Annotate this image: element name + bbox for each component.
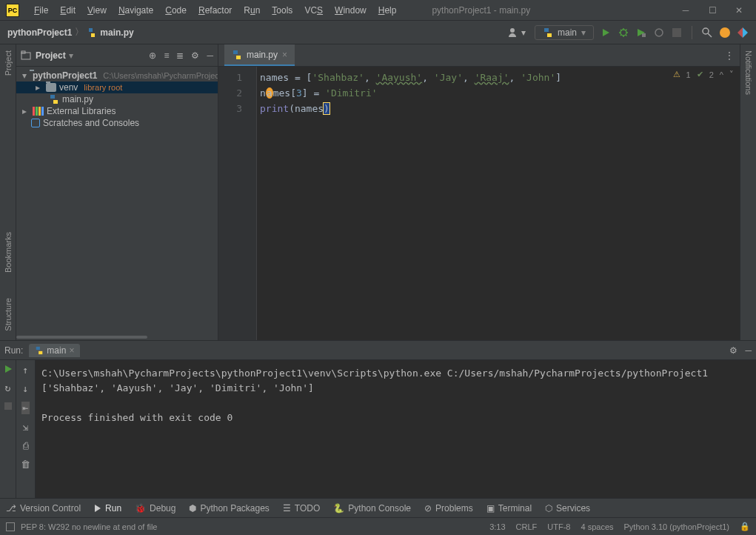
- services-icon: ⬡: [545, 503, 552, 514]
- menu-vcs[interactable]: VCS: [298, 4, 329, 17]
- python-file-icon: [49, 94, 59, 104]
- down-stack-icon[interactable]: ↓: [23, 383, 29, 394]
- tree-external-libs[interactable]: ▸ External Libraries: [16, 105, 218, 117]
- settings-icon[interactable]: ⚙: [191, 50, 199, 61]
- python-packages-button[interactable]: ⬢Python Packages: [189, 503, 269, 514]
- terminal-tool-button[interactable]: ▣Terminal: [486, 503, 532, 514]
- menu-navigate[interactable]: Navigate: [113, 4, 159, 17]
- app-icon: PC: [6, 4, 19, 17]
- up-stack-icon[interactable]: ↑: [23, 365, 29, 376]
- tree-scratches-label: Scratches and Consoles: [43, 118, 139, 128]
- caret-position[interactable]: 3:13: [489, 522, 505, 531]
- menu-file[interactable]: File: [28, 4, 54, 17]
- prev-highlight-icon[interactable]: ^: [720, 70, 723, 79]
- menu-code[interactable]: Code: [159, 4, 193, 17]
- editor-tab-main[interactable]: main.py ×: [224, 44, 295, 66]
- todo-tool-button[interactable]: ☰TODO: [283, 503, 320, 514]
- breadcrumb[interactable]: pythonProject1 〉 main.py: [7, 26, 134, 39]
- project-tree[interactable]: ▾ pythonProject1 C:\Users\mshah\PycharmP…: [16, 67, 218, 334]
- select-opened-file-icon[interactable]: ⊕: [149, 50, 156, 61]
- breadcrumb-sep: 〉: [75, 26, 84, 39]
- menu-view[interactable]: View: [81, 4, 113, 17]
- tree-root[interactable]: ▾ pythonProject1 C:\Users\mshah\PycharmP…: [16, 70, 218, 82]
- run-console-output[interactable]: C:\Users\mshah\PycharmProjects\pythonPro…: [36, 360, 756, 498]
- line-separator[interactable]: CRLF: [516, 522, 538, 531]
- project-tool-title: Project: [36, 50, 66, 61]
- tree-scrollbar[interactable]: [16, 334, 218, 340]
- profile-button[interactable]: [653, 27, 665, 39]
- breadcrumb-file[interactable]: main.py: [100, 27, 133, 38]
- hide-icon[interactable]: ─: [207, 50, 213, 61]
- scroll-end-icon[interactable]: ⇲: [23, 422, 29, 433]
- editor-gutter[interactable]: 1 2 3: [218, 67, 248, 340]
- code-content[interactable]: names = ['Shahbaz', 'Aayush', 'Jay', 'Ra…: [257, 67, 740, 340]
- print-icon[interactable]: ⎙: [23, 440, 29, 451]
- tree-main-file[interactable]: main.py: [16, 93, 218, 105]
- run-tool-button[interactable]: Run: [94, 503, 121, 514]
- close-run-tab-icon[interactable]: ×: [69, 345, 74, 356]
- tool-windows-toggle-icon[interactable]: [6, 522, 15, 531]
- status-message: PEP 8: W292 no newline at end of file: [21, 522, 157, 531]
- breadcrumb-project[interactable]: pythonProject1: [7, 27, 72, 38]
- typo-icon: ✔: [697, 70, 703, 79]
- hide-run-icon[interactable]: ─: [745, 345, 752, 356]
- structure-tool-button[interactable]: Structure: [4, 295, 13, 334]
- editor-more-icon[interactable]: ⋮: [719, 44, 740, 66]
- status-bar: PEP 8: W292 no newline at end of file 3:…: [0, 517, 756, 535]
- menu-edit[interactable]: Edit: [54, 4, 81, 17]
- external-libraries-icon: [33, 107, 44, 116]
- version-control-button[interactable]: ⎇Version Control: [6, 503, 81, 514]
- run-tab-main[interactable]: main ×: [29, 344, 80, 357]
- services-tool-button[interactable]: ⬡Services: [545, 503, 590, 514]
- notifications-tool-button[interactable]: Notifications: [744, 47, 753, 98]
- tree-root-label: pythonProject1: [33, 70, 97, 81]
- svg-rect-9: [4, 402, 12, 410]
- maximize-button[interactable]: ☐: [707, 5, 717, 16]
- svg-point-5: [703, 28, 709, 34]
- debug-button[interactable]: [618, 27, 629, 39]
- soft-wrap-icon[interactable]: ⇤: [21, 402, 30, 414]
- problems-tool-button[interactable]: ⊘Problems: [424, 503, 473, 514]
- debug-tool-button[interactable]: 🐞Debug: [135, 503, 175, 514]
- menu-tools[interactable]: Tools: [266, 4, 298, 17]
- tree-venv[interactable]: ▸ venv library root: [16, 82, 218, 93]
- tree-scratches[interactable]: Scratches and Consoles: [16, 117, 218, 129]
- close-tab-icon[interactable]: ×: [282, 50, 287, 60]
- lock-icon[interactable]: 🔒: [740, 522, 750, 531]
- indent-settings[interactable]: 4 spaces: [581, 522, 613, 531]
- close-button[interactable]: ✕: [734, 5, 744, 16]
- menu-run[interactable]: Run: [238, 4, 266, 17]
- run-config-selector[interactable]: main ▾: [535, 25, 594, 40]
- svg-point-6: [720, 27, 730, 38]
- expand-all-icon[interactable]: ≡: [164, 50, 169, 61]
- bottom-tool-bar: ⎇Version Control Run 🐞Debug ⬢Python Pack…: [0, 498, 756, 517]
- plugin-icon[interactable]: [737, 27, 749, 39]
- python-icon: 🐍: [333, 503, 344, 514]
- rerun-icon[interactable]: [4, 365, 13, 373]
- run-button[interactable]: [600, 27, 612, 39]
- code-with-me-button[interactable]: ▾: [505, 26, 529, 39]
- python-interpreter[interactable]: Python 3.10 (pythonProject1): [624, 522, 729, 531]
- rerun-failed-icon[interactable]: ↻: [5, 382, 11, 393]
- code-editor[interactable]: 1 2 3 names = ['Shahbaz', 'Aayush', 'Jay…: [218, 67, 740, 340]
- menu-refactor[interactable]: Refactor: [193, 4, 238, 17]
- svg-rect-2: [642, 33, 646, 37]
- ide-update-icon[interactable]: [719, 27, 731, 39]
- bookmarks-tool-button[interactable]: Bookmarks: [4, 229, 13, 276]
- search-everywhere-button[interactable]: [701, 27, 713, 39]
- right-tool-strip: Notifications: [740, 44, 756, 340]
- project-tool-button[interactable]: Project: [4, 47, 13, 79]
- minimize-button[interactable]: ─: [680, 5, 691, 16]
- inspection-widget[interactable]: ⚠1 ✔2 ^ ˅: [673, 70, 734, 79]
- menu-help[interactable]: Help: [372, 4, 403, 17]
- menu-window[interactable]: Window: [329, 4, 372, 17]
- file-encoding[interactable]: UTF-8: [547, 522, 570, 531]
- coverage-button[interactable]: [635, 27, 647, 39]
- clear-icon[interactable]: 🗑: [21, 459, 30, 470]
- collapse-all-icon[interactable]: ≣: [176, 50, 184, 61]
- python-console-button[interactable]: 🐍Python Console: [333, 503, 411, 514]
- line-number: 2: [218, 85, 242, 101]
- next-highlight-icon[interactable]: ˅: [729, 70, 734, 79]
- run-settings-icon[interactable]: ⚙: [729, 345, 737, 356]
- run-label: Run:: [4, 345, 23, 356]
